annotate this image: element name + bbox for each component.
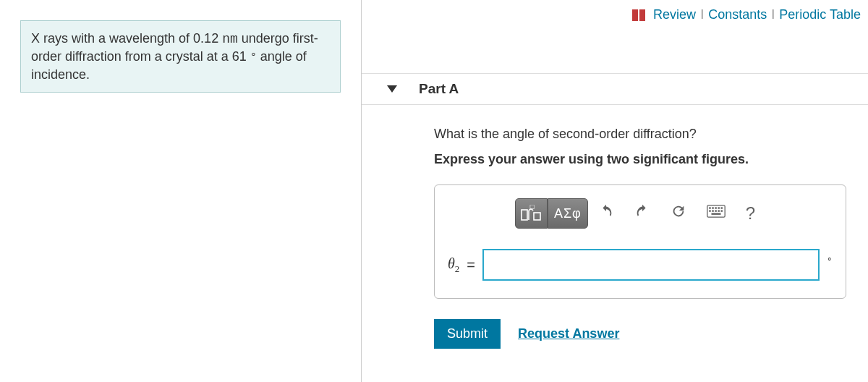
svg-rect-10 xyxy=(712,210,713,211)
template-icon: ☐ xyxy=(521,205,541,222)
problem-unit: nm xyxy=(222,32,238,46)
answer-area: ☐ ΑΣφ xyxy=(434,184,846,299)
equation-toolbar: ☐ ΑΣφ xyxy=(448,198,833,229)
svg-rect-4 xyxy=(709,207,710,208)
variable-theta: θ xyxy=(448,255,455,271)
instruction-text: Express your answer using two significan… xyxy=(434,152,846,167)
review-link[interactable]: Review xyxy=(653,7,696,22)
submit-row: Submit Request Answer xyxy=(434,319,846,349)
periodic-table-link[interactable]: Periodic Table xyxy=(779,7,861,22)
help-icon[interactable]: ? xyxy=(746,203,755,224)
flag-icon[interactable] xyxy=(632,9,647,25)
problem-statement: X rays with a wavelength of 0.12 nm unde… xyxy=(20,20,341,93)
separator: I xyxy=(771,7,775,22)
answer-row: θ2 = ∘ xyxy=(448,249,833,281)
greek-button[interactable]: ΑΣφ xyxy=(548,198,588,229)
keyboard-icon[interactable] xyxy=(707,204,726,223)
part-body: What is the angle of second-order diffra… xyxy=(362,105,868,349)
part-a-section: Part A What is the angle of second-order… xyxy=(362,73,868,349)
request-answer-link[interactable]: Request Answer xyxy=(518,326,619,341)
svg-rect-14 xyxy=(711,213,720,214)
svg-rect-9 xyxy=(709,210,710,211)
redo-icon[interactable] xyxy=(634,203,650,224)
reset-icon[interactable] xyxy=(671,203,686,224)
variable-subscript: 2 xyxy=(455,263,460,274)
constants-link[interactable]: Constants xyxy=(708,7,767,22)
submit-button[interactable]: Submit xyxy=(434,319,501,349)
part-title: Part A xyxy=(419,81,459,97)
answer-input[interactable] xyxy=(482,249,820,281)
part-header[interactable]: Part A xyxy=(362,73,868,105)
unit-degree: ∘ xyxy=(827,254,833,264)
problem-text-1: X rays with a wavelength of 0.12 xyxy=(31,31,222,46)
svg-rect-7 xyxy=(718,207,719,208)
svg-rect-12 xyxy=(718,210,719,211)
equals-sign: = xyxy=(467,257,475,273)
answer-column: Review I Constants I Periodic Table Part… xyxy=(362,0,868,382)
svg-rect-2 xyxy=(534,213,540,220)
svg-rect-0 xyxy=(522,210,527,220)
collapse-icon[interactable] xyxy=(387,85,397,93)
question-text: What is the angle of second-order diffra… xyxy=(434,127,846,142)
svg-rect-5 xyxy=(712,207,713,208)
svg-rect-11 xyxy=(715,210,716,211)
top-links-bar: Review I Constants I Periodic Table xyxy=(362,0,868,22)
variable-label: θ2 xyxy=(448,255,459,275)
undo-icon[interactable] xyxy=(598,203,614,224)
svg-rect-13 xyxy=(720,210,722,211)
separator: I xyxy=(700,7,704,22)
svg-rect-8 xyxy=(720,207,722,208)
problem-column: X rays with a wavelength of 0.12 nm unde… xyxy=(0,0,362,382)
templates-button[interactable]: ☐ xyxy=(515,198,548,229)
degree-symbol: ∘ xyxy=(250,48,257,59)
svg-rect-6 xyxy=(715,207,716,208)
